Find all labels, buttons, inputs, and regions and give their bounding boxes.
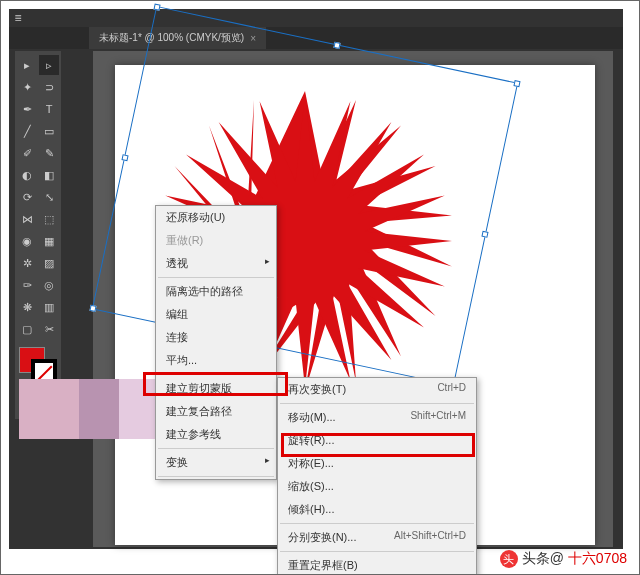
perspective-tool[interactable]: ▦ xyxy=(39,231,59,251)
document-tab[interactable]: 未标题-1* @ 100% (CMYK/预览) × xyxy=(89,27,266,49)
menu-item-2[interactable]: 透视 xyxy=(156,252,276,275)
rotate-tool[interactable]: ⟳ xyxy=(17,187,37,207)
slice-tool[interactable]: ✂ xyxy=(39,319,59,339)
menu-item-9[interactable]: 建立剪切蒙版 xyxy=(156,377,276,400)
submenu-item-10[interactable]: 重置定界框(B) xyxy=(278,554,476,575)
menu-separator xyxy=(158,476,274,477)
free-transform-tool[interactable]: ⬚ xyxy=(39,209,59,229)
submenu-item-8[interactable]: 分别变换(N)...Alt+Shift+Ctrl+D xyxy=(278,526,476,549)
menu-item-5[interactable]: 编组 xyxy=(156,303,276,326)
resize-handle-mr[interactable] xyxy=(481,231,488,238)
type-tool[interactable]: T xyxy=(39,99,59,119)
resize-handle-tr[interactable] xyxy=(513,80,520,87)
submenu-separator xyxy=(280,523,474,524)
color-swatch-panel xyxy=(17,345,59,381)
shape-builder-tool[interactable]: ◉ xyxy=(17,231,37,251)
attribution: 头 头条@十六0708 xyxy=(500,550,627,568)
pen-tool[interactable]: ✒ xyxy=(17,99,37,119)
menu-item-0[interactable]: 还原移动(U) xyxy=(156,206,276,229)
width-tool[interactable]: ⋈ xyxy=(17,209,37,229)
symbol-sprayer-tool[interactable]: ❋ xyxy=(17,297,37,317)
menu-item-6[interactable]: 连接 xyxy=(156,326,276,349)
context-menu: 还原移动(U)重做(R)透视隔离选中的路径编组连接平均...建立剪切蒙版建立复合… xyxy=(155,205,277,480)
column-graph-tool[interactable]: ▥ xyxy=(39,297,59,317)
scale-tool[interactable]: ⤡ xyxy=(39,187,59,207)
menu-item-13[interactable]: 变换 xyxy=(156,451,276,474)
menu-separator xyxy=(158,374,274,375)
menu-separator xyxy=(158,277,274,278)
credit-prefix: 头条@ xyxy=(522,550,564,568)
line-tool[interactable]: ╱ xyxy=(17,121,37,141)
resize-handle-ml[interactable] xyxy=(121,154,128,161)
rectangle-tool[interactable]: ▭ xyxy=(39,121,59,141)
submenu-separator xyxy=(280,403,474,404)
menu-item-10[interactable]: 建立复合路径 xyxy=(156,400,276,423)
tab-title: 未标题-1* @ 100% (CMYK/预览) xyxy=(99,31,244,45)
app-menu-icon[interactable]: ≡ xyxy=(9,9,27,27)
toutiao-icon: 头 xyxy=(500,550,518,568)
submenu-item-4[interactable]: 对称(E)... xyxy=(278,452,476,475)
selection-tool[interactable]: ▸ xyxy=(17,55,37,75)
submenu-item-2[interactable]: 移动(M)...Shift+Ctrl+M xyxy=(278,406,476,429)
magic-wand-tool[interactable]: ✦ xyxy=(17,77,37,97)
credit-name: 十六0708 xyxy=(568,550,627,568)
close-icon[interactable]: × xyxy=(250,33,256,44)
blob-brush-tool[interactable]: ◐ xyxy=(17,165,37,185)
menu-item-7[interactable]: 平均... xyxy=(156,349,276,372)
menu-separator xyxy=(158,448,274,449)
tab-bar: 未标题-1* @ 100% (CMYK/预览) × xyxy=(9,27,623,49)
resize-handle-bl[interactable] xyxy=(89,305,96,312)
submenu-separator xyxy=(280,551,474,552)
blend-tool[interactable]: ◎ xyxy=(39,275,59,295)
paintbrush-tool[interactable]: ✐ xyxy=(17,143,37,163)
artboard-tool[interactable]: ▢ xyxy=(17,319,37,339)
transform-submenu: 再次变换(T)Ctrl+D移动(M)...Shift+Ctrl+M旋转(R)..… xyxy=(277,377,477,575)
app-header: ≡ xyxy=(9,9,623,27)
pencil-tool[interactable]: ✎ xyxy=(39,143,59,163)
submenu-item-0[interactable]: 再次变换(T)Ctrl+D xyxy=(278,378,476,401)
menu-item-11[interactable]: 建立参考线 xyxy=(156,423,276,446)
menu-item-4[interactable]: 隔离选中的路径 xyxy=(156,280,276,303)
gradient-tool[interactable]: ▨ xyxy=(39,253,59,273)
submenu-item-3[interactable]: 旋转(R)... xyxy=(278,429,476,452)
eraser-tool[interactable]: ◧ xyxy=(39,165,59,185)
submenu-item-5[interactable]: 缩放(S)... xyxy=(278,475,476,498)
toolbar: ▸ ▹ ✦ ⊃ ✒ T ╱ ▭ ✐ ✎ ◐ ◧ ⟳ ⤡ ⋈ ⬚ ◉ ▦ ✲ ▨ … xyxy=(15,51,61,419)
eyedropper-tool[interactable]: ✑ xyxy=(17,275,37,295)
lasso-tool[interactable]: ⊃ xyxy=(39,77,59,97)
submenu-item-6[interactable]: 倾斜(H)... xyxy=(278,498,476,521)
mesh-tool[interactable]: ✲ xyxy=(17,253,37,273)
direct-selection-tool[interactable]: ▹ xyxy=(39,55,59,75)
menu-item-1: 重做(R) xyxy=(156,229,276,252)
